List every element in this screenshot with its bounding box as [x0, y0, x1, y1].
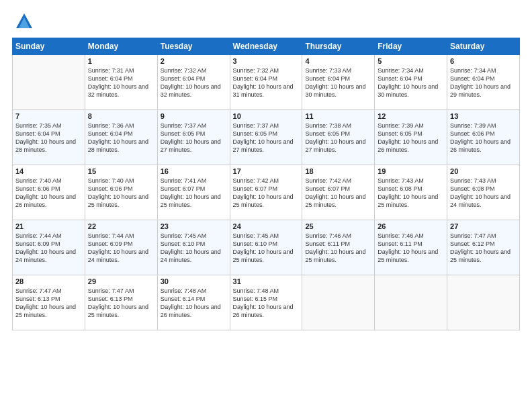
- calendar-cell-7: 7Sunrise: 7:35 AMSunset: 6:04 PMDaylight…: [13, 110, 85, 165]
- day-number: 18: [305, 167, 371, 175]
- day-number: 12: [378, 112, 444, 120]
- cell-details: Sunrise: 7:34 AMSunset: 6:04 PMDaylight:…: [450, 66, 517, 99]
- calendar-cell-16: 16Sunrise: 7:41 AMSunset: 6:07 PMDayligh…: [157, 165, 230, 220]
- day-number: 5: [378, 57, 444, 65]
- day-number: 10: [233, 112, 300, 120]
- cell-details: Sunrise: 7:44 AMSunset: 6:09 PMDaylight:…: [88, 232, 154, 265]
- cell-details: Sunrise: 7:48 AMSunset: 6:14 PMDaylight:…: [161, 287, 227, 320]
- calendar-cell-21: 21Sunrise: 7:44 AMSunset: 6:09 PMDayligh…: [13, 220, 85, 275]
- cell-details: Sunrise: 7:36 AMSunset: 6:04 PMDaylight:…: [88, 122, 154, 154]
- calendar-cell-27: 27Sunrise: 7:47 AMSunset: 6:12 PMDayligh…: [447, 220, 520, 275]
- day-number: 13: [450, 112, 517, 120]
- calendar-week-2: 7Sunrise: 7:35 AMSunset: 6:04 PMDaylight…: [13, 110, 520, 165]
- day-number: 14: [15, 167, 82, 175]
- calendar-cell-empty: [375, 275, 447, 330]
- cell-details: Sunrise: 7:39 AMSunset: 6:05 PMDaylight:…: [378, 122, 444, 154]
- day-number: 17: [233, 167, 300, 175]
- calendar-header-sunday: Sunday: [13, 38, 85, 55]
- cell-details: Sunrise: 7:32 AMSunset: 6:04 PMDaylight:…: [233, 66, 300, 99]
- calendar-cell-29: 29Sunrise: 7:47 AMSunset: 6:13 PMDayligh…: [85, 275, 157, 330]
- cell-details: Sunrise: 7:32 AMSunset: 6:04 PMDaylight:…: [161, 66, 227, 99]
- calendar: SundayMondayTuesdayWednesdayThursdayFrid…: [12, 38, 520, 330]
- calendar-cell-26: 26Sunrise: 7:46 AMSunset: 6:11 PMDayligh…: [375, 220, 447, 275]
- cell-details: Sunrise: 7:37 AMSunset: 6:05 PMDaylight:…: [233, 122, 300, 154]
- calendar-header-tuesday: Tuesday: [157, 38, 230, 55]
- cell-details: Sunrise: 7:42 AMSunset: 6:07 PMDaylight:…: [233, 177, 300, 210]
- calendar-cell-22: 22Sunrise: 7:44 AMSunset: 6:09 PMDayligh…: [85, 220, 157, 275]
- day-number: 2: [161, 57, 227, 65]
- calendar-cell-19: 19Sunrise: 7:43 AMSunset: 6:08 PMDayligh…: [375, 165, 447, 220]
- calendar-cell-12: 12Sunrise: 7:39 AMSunset: 6:05 PMDayligh…: [375, 110, 447, 165]
- day-number: 27: [450, 222, 517, 230]
- calendar-cell-1: 1Sunrise: 7:31 AMSunset: 6:04 PMDaylight…: [85, 55, 157, 110]
- calendar-cell-3: 3Sunrise: 7:32 AMSunset: 6:04 PMDaylight…: [230, 55, 302, 110]
- day-number: 19: [378, 167, 444, 175]
- calendar-cell-empty: [13, 55, 85, 110]
- header: [12, 12, 520, 31]
- calendar-cell-20: 20Sunrise: 7:43 AMSunset: 6:08 PMDayligh…: [447, 165, 520, 220]
- logo: [12, 12, 34, 31]
- cell-details: Sunrise: 7:47 AMSunset: 6:13 PMDaylight:…: [88, 287, 154, 320]
- cell-details: Sunrise: 7:39 AMSunset: 6:06 PMDaylight:…: [450, 122, 517, 154]
- calendar-cell-24: 24Sunrise: 7:45 AMSunset: 6:10 PMDayligh…: [230, 220, 302, 275]
- calendar-cell-8: 8Sunrise: 7:36 AMSunset: 6:04 PMDaylight…: [85, 110, 157, 165]
- cell-details: Sunrise: 7:33 AMSunset: 6:04 PMDaylight:…: [305, 66, 371, 99]
- cell-details: Sunrise: 7:45 AMSunset: 6:10 PMDaylight:…: [233, 232, 300, 265]
- calendar-cell-10: 10Sunrise: 7:37 AMSunset: 6:05 PMDayligh…: [230, 110, 302, 165]
- cell-details: Sunrise: 7:34 AMSunset: 6:04 PMDaylight:…: [378, 66, 444, 99]
- day-number: 21: [15, 222, 82, 230]
- calendar-week-1: 1Sunrise: 7:31 AMSunset: 6:04 PMDaylight…: [13, 55, 520, 110]
- day-number: 16: [161, 167, 227, 175]
- cell-details: Sunrise: 7:46 AMSunset: 6:11 PMDaylight:…: [305, 232, 371, 265]
- day-number: 25: [305, 222, 371, 230]
- calendar-week-3: 14Sunrise: 7:40 AMSunset: 6:06 PMDayligh…: [13, 165, 520, 220]
- day-number: 26: [378, 222, 444, 230]
- day-number: 28: [15, 277, 82, 285]
- cell-details: Sunrise: 7:40 AMSunset: 6:06 PMDaylight:…: [88, 177, 154, 210]
- calendar-cell-15: 15Sunrise: 7:40 AMSunset: 6:06 PMDayligh…: [85, 165, 157, 220]
- cell-details: Sunrise: 7:48 AMSunset: 6:15 PMDaylight:…: [233, 287, 300, 320]
- calendar-cell-13: 13Sunrise: 7:39 AMSunset: 6:06 PMDayligh…: [447, 110, 520, 165]
- calendar-cell-25: 25Sunrise: 7:46 AMSunset: 6:11 PMDayligh…: [302, 220, 375, 275]
- day-number: 8: [88, 112, 154, 120]
- calendar-cell-empty: [302, 275, 375, 330]
- cell-details: Sunrise: 7:42 AMSunset: 6:07 PMDaylight:…: [305, 177, 371, 210]
- calendar-cell-2: 2Sunrise: 7:32 AMSunset: 6:04 PMDaylight…: [157, 55, 230, 110]
- cell-details: Sunrise: 7:37 AMSunset: 6:05 PMDaylight:…: [161, 122, 227, 154]
- calendar-cell-empty: [447, 275, 520, 330]
- day-number: 7: [15, 112, 82, 120]
- calendar-cell-18: 18Sunrise: 7:42 AMSunset: 6:07 PMDayligh…: [302, 165, 375, 220]
- logo-icon: [15, 12, 34, 31]
- calendar-header-wednesday: Wednesday: [230, 38, 302, 55]
- calendar-header-friday: Friday: [375, 38, 447, 55]
- calendar-header-thursday: Thursday: [302, 38, 375, 55]
- calendar-header-monday: Monday: [85, 38, 157, 55]
- cell-details: Sunrise: 7:38 AMSunset: 6:05 PMDaylight:…: [305, 122, 371, 154]
- calendar-cell-6: 6Sunrise: 7:34 AMSunset: 6:04 PMDaylight…: [447, 55, 520, 110]
- cell-details: Sunrise: 7:47 AMSunset: 6:13 PMDaylight:…: [15, 287, 82, 320]
- day-number: 3: [233, 57, 300, 65]
- page: SundayMondayTuesdayWednesdayThursdayFrid…: [0, 0, 532, 411]
- calendar-cell-5: 5Sunrise: 7:34 AMSunset: 6:04 PMDaylight…: [375, 55, 447, 110]
- calendar-cell-9: 9Sunrise: 7:37 AMSunset: 6:05 PMDaylight…: [157, 110, 230, 165]
- calendar-cell-11: 11Sunrise: 7:38 AMSunset: 6:05 PMDayligh…: [302, 110, 375, 165]
- day-number: 20: [450, 167, 517, 175]
- calendar-week-4: 21Sunrise: 7:44 AMSunset: 6:09 PMDayligh…: [13, 220, 520, 275]
- day-number: 11: [305, 112, 371, 120]
- day-number: 4: [305, 57, 371, 65]
- day-number: 1: [88, 57, 154, 65]
- day-number: 30: [161, 277, 227, 285]
- day-number: 23: [161, 222, 227, 230]
- calendar-cell-4: 4Sunrise: 7:33 AMSunset: 6:04 PMDaylight…: [302, 55, 375, 110]
- day-number: 6: [450, 57, 517, 65]
- cell-details: Sunrise: 7:35 AMSunset: 6:04 PMDaylight:…: [15, 122, 82, 154]
- cell-details: Sunrise: 7:41 AMSunset: 6:07 PMDaylight:…: [161, 177, 227, 210]
- cell-details: Sunrise: 7:46 AMSunset: 6:11 PMDaylight:…: [378, 232, 444, 265]
- cell-details: Sunrise: 7:45 AMSunset: 6:10 PMDaylight:…: [161, 232, 227, 265]
- calendar-header-saturday: Saturday: [447, 38, 520, 55]
- day-number: 15: [88, 167, 154, 175]
- calendar-cell-17: 17Sunrise: 7:42 AMSunset: 6:07 PMDayligh…: [230, 165, 302, 220]
- day-number: 31: [233, 277, 300, 285]
- cell-details: Sunrise: 7:31 AMSunset: 6:04 PMDaylight:…: [88, 66, 154, 99]
- calendar-cell-30: 30Sunrise: 7:48 AMSunset: 6:14 PMDayligh…: [157, 275, 230, 330]
